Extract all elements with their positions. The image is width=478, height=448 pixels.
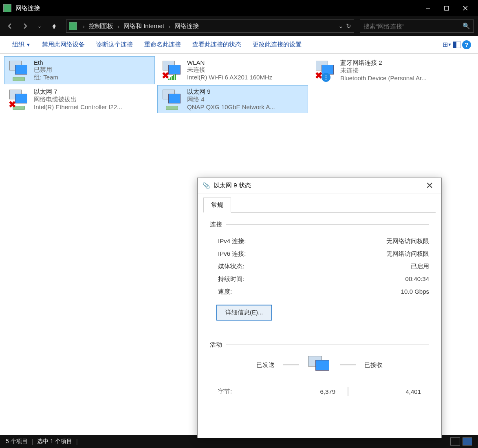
bytes-label: 字节: bbox=[218, 388, 275, 395]
chevron-right-icon: › bbox=[83, 23, 85, 30]
dialog-close-button[interactable]: ✕ bbox=[423, 179, 436, 193]
sent-label: 已发送 bbox=[256, 361, 275, 369]
connection-item[interactable]: Eth已禁用组: Team bbox=[4, 56, 155, 84]
minimize-button[interactable] bbox=[419, 0, 437, 16]
diagnose-button[interactable]: 诊断这个连接 bbox=[90, 38, 139, 51]
speed-label: 速度: bbox=[218, 288, 232, 296]
connection-icon: ✖ bbox=[8, 88, 30, 110]
connection-item[interactable]: 以太网 9网络 4QNAP QXG 10GbE Network A... bbox=[157, 85, 308, 113]
change-settings-button[interactable]: 更改此连接的设置 bbox=[247, 38, 307, 51]
connection-section-label: 连接 bbox=[210, 221, 222, 228]
connection-name: 以太网 7 bbox=[34, 88, 122, 96]
breadcrumb-item[interactable]: 网络和 Internet bbox=[123, 22, 164, 30]
breadcrumb-item[interactable]: 控制面板 bbox=[89, 22, 113, 30]
search-box[interactable]: 🔍 bbox=[360, 20, 474, 33]
details-button[interactable]: 详细信息(E)... bbox=[216, 305, 272, 321]
chevron-down-icon[interactable]: ⌄ bbox=[338, 22, 344, 30]
connection-item[interactable]: ✖⋮蓝牙网络连接 2未连接Bluetooth Device (Personal … bbox=[311, 56, 461, 84]
organize-menu[interactable]: 组织 ▼ bbox=[7, 38, 36, 51]
status-dialog: 📎 以太网 9 状态 ✕ 常规 连接 IPv4 连接:无网络访问权限 IPv6 … bbox=[197, 178, 442, 438]
ipv4-value: 无网络访问权限 bbox=[386, 237, 429, 245]
breadcrumb-item[interactable]: 网络连接 bbox=[174, 22, 199, 30]
large-icons-view-icon[interactable] bbox=[463, 437, 472, 446]
connection-name: 蓝牙网络连接 2 bbox=[340, 59, 427, 67]
connection-device: Intel(R) Wi-Fi 6 AX201 160MHz bbox=[187, 74, 272, 81]
connection-item[interactable]: ✖WLAN未连接Intel(R) Wi-Fi 6 AX201 160MHz bbox=[157, 56, 308, 84]
toolbar: 组织 ▼ 禁用此网络设备 诊断这个连接 重命名此连接 查看此连接的状态 更改此连… bbox=[0, 36, 478, 54]
refresh-icon[interactable]: ↻ bbox=[346, 22, 351, 30]
item-count: 5 个项目 bbox=[6, 438, 28, 445]
connection-icon bbox=[161, 88, 183, 110]
duration-label: 持续时间: bbox=[218, 275, 244, 283]
media-label: 媒体状态: bbox=[218, 263, 244, 270]
chevron-right-icon: › bbox=[117, 23, 119, 30]
rename-button[interactable]: 重命名此连接 bbox=[139, 38, 187, 51]
connection-name: 以太网 9 bbox=[187, 88, 275, 96]
ipv6-label: IPv6 连接: bbox=[218, 250, 246, 258]
titlebar: 网络连接 bbox=[0, 0, 478, 16]
view-options-icon[interactable]: ⊞ ▼ bbox=[442, 40, 452, 50]
back-button[interactable] bbox=[4, 20, 16, 32]
connection-status: 网络电缆被拔出 bbox=[34, 96, 122, 103]
duration-value: 00:40:34 bbox=[405, 275, 429, 283]
connection-device: Bluetooth Device (Personal Ar... bbox=[340, 75, 427, 81]
breadcrumb[interactable]: › 控制面板 › 网络和 Internet › 网络连接 ⌄ ↻ bbox=[66, 20, 354, 33]
media-value: 已启用 bbox=[411, 263, 429, 270]
ipv4-label: IPv4 连接: bbox=[218, 237, 246, 245]
connection-status: 已禁用 bbox=[34, 66, 58, 74]
bytes-received: 4,401 bbox=[361, 388, 421, 395]
connection-icon: ✖ bbox=[161, 59, 183, 81]
disable-device-button[interactable]: 禁用此网络设备 bbox=[36, 38, 90, 51]
details-view-icon[interactable] bbox=[450, 437, 460, 446]
location-icon bbox=[69, 22, 77, 30]
connection-device: QNAP QXG 10GbE Network A... bbox=[187, 103, 275, 110]
selected-count: 选中 1 个项目 bbox=[37, 438, 72, 445]
recent-dropdown[interactable]: ⌄ bbox=[33, 20, 46, 32]
speed-value: 10.0 Gbps bbox=[401, 288, 429, 296]
svg-rect-1 bbox=[445, 6, 449, 10]
maximize-button[interactable] bbox=[437, 0, 456, 16]
search-input[interactable] bbox=[363, 23, 453, 30]
navbar: ⌄ › 控制面板 › 网络和 Internet › 网络连接 ⌄ ↻ 🔍 bbox=[0, 16, 478, 36]
dialog-title: 以太网 9 状态 bbox=[214, 182, 251, 189]
connection-status: 网络 4 bbox=[187, 96, 275, 103]
bytes-sent: 6,379 bbox=[275, 388, 335, 395]
svg-rect-5 bbox=[453, 42, 456, 48]
ipv6-value: 无网络访问权限 bbox=[386, 250, 429, 258]
search-icon[interactable]: 🔍 bbox=[463, 22, 470, 30]
forward-button[interactable] bbox=[19, 20, 31, 32]
connection-device: 组: Team bbox=[34, 74, 58, 81]
dialog-titlebar[interactable]: 📎 以太网 9 状态 ✕ bbox=[198, 178, 441, 193]
received-label: 已接收 bbox=[364, 361, 383, 369]
up-button[interactable] bbox=[48, 20, 60, 32]
activity-section-label: 活动 bbox=[210, 341, 222, 349]
connection-icon bbox=[8, 59, 30, 81]
connection-icon: ✖⋮ bbox=[314, 59, 336, 81]
chevron-down-icon: ▼ bbox=[26, 42, 31, 47]
tab-general[interactable]: 常规 bbox=[203, 198, 231, 213]
preview-pane-icon[interactable] bbox=[452, 40, 462, 50]
connection-name: Eth bbox=[34, 59, 58, 66]
ethernet-icon: 📎 bbox=[203, 182, 210, 189]
connection-name: WLAN bbox=[187, 59, 272, 66]
connection-status: 未连接 bbox=[340, 67, 427, 75]
app-icon bbox=[3, 4, 11, 12]
view-status-button[interactable]: 查看此连接的状态 bbox=[187, 38, 247, 51]
chevron-right-icon: › bbox=[168, 23, 170, 30]
window-title: 网络连接 bbox=[15, 4, 419, 12]
connection-item[interactable]: ✖以太网 7网络电缆被拔出Intel(R) Ethernet Controlle… bbox=[4, 85, 155, 113]
help-icon[interactable]: ? bbox=[462, 40, 471, 50]
close-button[interactable] bbox=[456, 0, 475, 16]
connection-status: 未连接 bbox=[187, 66, 272, 74]
activity-icon bbox=[307, 356, 332, 374]
connection-device: Intel(R) Ethernet Controller I22... bbox=[34, 103, 122, 110]
